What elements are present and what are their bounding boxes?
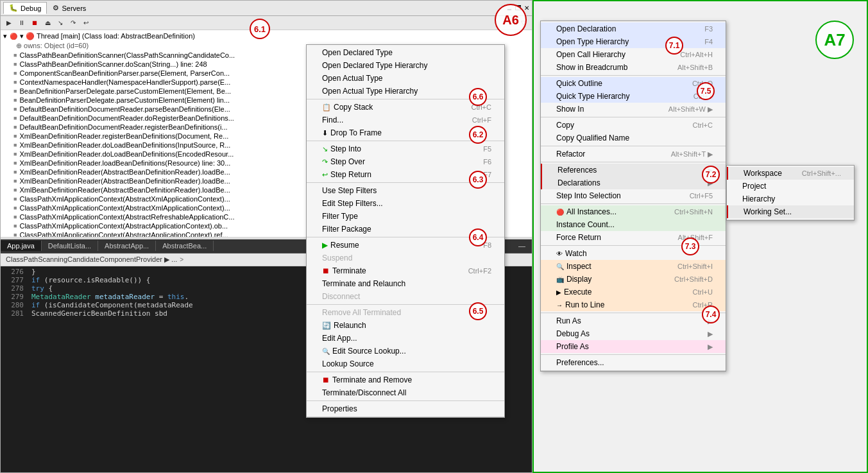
menu-lookup-source[interactable]: Lookup Source — [307, 357, 504, 370]
quick-type-hierarchy-label: Quick Type Hierarchy — [556, 92, 630, 101]
filter-package-label: Filter Package — [322, 225, 371, 234]
frame-icon-16: ■ — [13, 196, 17, 202]
thread-label: ▾ 🔴 Thread [main] (Class load: AbstractB… — [20, 32, 195, 40]
menu-properties[interactable]: Properties — [307, 402, 504, 415]
menu-step-into[interactable]: ↘ Step Into F5 — [307, 142, 504, 155]
right-menu-open-declaration[interactable]: Open Declaration F3 — [541, 22, 726, 35]
left-panel: 🐛 Debug ⚙ Servers 🗕 🗖 ✕ ▶ ⏸ ⏹ ⏏ ↘ ↷ ↩ — [0, 0, 532, 473]
menu-edit-app[interactable]: Edit App... — [307, 332, 504, 345]
editor-tab-defaultlista[interactable]: DefaultLista... — [42, 241, 98, 251]
open-declared-type-hierarchy-label: Open Declared Type Hierarchy — [322, 61, 428, 70]
step-into-btn[interactable]: ↘ — [55, 17, 66, 29]
terminate-remove-icon: ⏹ — [322, 375, 330, 384]
disconnect-btn[interactable]: ⏏ — [42, 17, 53, 29]
terminate-btn[interactable]: ⏹ — [29, 17, 40, 29]
right-menu-run-as[interactable]: Run As ▶ — [541, 314, 726, 327]
frame-icon-7: ■ — [13, 115, 17, 121]
right-menu-show-in[interactable]: Show In Alt+Shift+W ▶ — [541, 103, 726, 116]
menu-open-actual-type[interactable]: Open Actual Type — [307, 72, 504, 85]
right-menu-preferences[interactable]: Preferences... — [541, 356, 726, 369]
menu-step-over[interactable]: ↷ Step Over F6 — [307, 155, 504, 168]
edit-step-filters-label: Edit Step Filters... — [322, 199, 383, 208]
submenu-hierarchy[interactable]: Hierarchy — [727, 193, 854, 205]
resume-btn[interactable]: ▶ — [3, 17, 15, 29]
step-return-btn[interactable]: ↩ — [80, 17, 92, 29]
editor-collapse-btn[interactable]: — — [512, 241, 532, 251]
frame-icon-0: ■ — [13, 52, 17, 58]
terminate-icon: ⏹ — [322, 266, 330, 275]
right-menu-run-to-line[interactable]: → Run to Line Ctrl+R — [541, 298, 726, 311]
badge-6-2: 6.2 — [469, 126, 487, 144]
menu-filter-type[interactable]: Filter Type — [307, 210, 504, 223]
right-menu-instance-count[interactable]: Instance Count... — [541, 218, 726, 231]
right-menu-open-type-hierarchy[interactable]: Open Type Hierarchy F4 — [541, 35, 726, 48]
lookup-source-label: Lookup Source — [322, 359, 374, 368]
frame-icon-8: ■ — [13, 124, 17, 130]
resume-icon: ▶ — [322, 241, 328, 250]
copy-stack-icon: 📋 — [322, 103, 331, 112]
terminate-shortcut: Ctrl+F2 — [468, 267, 491, 275]
editor-tab-app[interactable]: App.java — [1, 241, 42, 251]
right-menu-open-call-hierarchy[interactable]: Open Call Hierarchy Ctrl+Alt+H — [541, 48, 726, 61]
debug-tab-icon: 🐛 — [9, 4, 18, 12]
menu-terminate-remove[interactable]: ⏹ Terminate and Remove — [307, 374, 504, 386]
right-menu-declarations[interactable]: Declarations ▶ — [541, 176, 726, 189]
right-menu-execute[interactable]: ▶ Execute Ctrl+U — [541, 286, 726, 298]
right-menu-step-into-selection[interactable]: Step Into Selection Ctrl+F5 — [541, 189, 726, 202]
run-as-label: Run As — [556, 316, 581, 325]
right-menu-inspect[interactable]: 🔍 Inspect Ctrl+Shift+I — [541, 260, 726, 273]
servers-tab-label: Servers — [62, 4, 86, 12]
execute-icon: ▶ — [556, 289, 561, 296]
working-set-label: Working Set... — [744, 207, 792, 216]
suspend-btn[interactable]: ⏸ — [16, 17, 28, 29]
close-btn[interactable]: ✕ — [524, 4, 529, 12]
right-menu-debug-as[interactable]: Debug As ▶ — [541, 327, 726, 340]
submenu-working-set[interactable]: Working Set... — [727, 205, 854, 218]
right-menu-section-instances: 🔴 All Instances... Ctrl+Shift+N Instance… — [541, 204, 726, 246]
right-menu-all-instances[interactable]: 🔴 All Instances... Ctrl+Shift+N — [541, 205, 726, 218]
declarations-label: Declarations — [557, 178, 600, 187]
editor-tab-abstractbea[interactable]: AbstractBea... — [156, 241, 214, 251]
tab-servers[interactable]: ⚙ Servers — [47, 2, 92, 14]
open-call-hierarchy-label: Open Call Hierarchy — [556, 50, 625, 59]
menu-terminate-disconnect-all[interactable]: Terminate/Disconnect All — [307, 386, 504, 399]
menu-open-declared-type-hierarchy[interactable]: Open Declared Type Hierarchy — [307, 59, 504, 72]
step-return-icon: ↩ — [322, 171, 328, 179]
open-declaration-shortcut: F3 — [704, 25, 713, 33]
step-over-btn[interactable]: ↷ — [67, 17, 79, 29]
show-breadcrumb-shortcut: Alt+Shift+B — [677, 64, 713, 71]
right-menu-copy[interactable]: Copy Ctrl+C — [541, 119, 726, 132]
frame-icon-17: ■ — [13, 205, 17, 211]
right-menu-section-open: Open Declaration F3 Open Type Hierarchy … — [541, 21, 726, 76]
menu-find[interactable]: Find... Ctrl+F — [307, 114, 504, 126]
source-lookup-icon: 🔍 — [322, 348, 330, 355]
tab-debug[interactable]: 🐛 Debug — [3, 2, 47, 14]
frame-label-6: DefaultBeanDefinitionDocumentReader.pars… — [19, 105, 230, 113]
menu-terminate[interactable]: ⏹ Terminate Ctrl+F2 — [307, 264, 504, 277]
badge-7-4: 7.4 — [702, 305, 720, 323]
menu-edit-source-lookup[interactable]: 🔍 Edit Source Lookup... — [307, 345, 504, 357]
frame-icon-1: ■ — [13, 61, 17, 67]
menu-edit-step-filters[interactable]: Edit Step Filters... — [307, 197, 504, 210]
menu-relaunch[interactable]: 🔄 Relaunch — [307, 319, 504, 332]
open-call-hierarchy-shortcut: Ctrl+Alt+H — [680, 51, 713, 58]
right-menu-refactor[interactable]: Refactor Alt+Shift+T ▶ — [541, 148, 726, 160]
filter-type-label: Filter Type — [322, 212, 358, 221]
debug-as-arrow: ▶ — [708, 330, 713, 338]
submenu-workspace[interactable]: Workspace Ctrl+Shift+... — [727, 167, 854, 180]
project-label: Project — [742, 182, 766, 191]
display-shortcut: Ctrl+Shift+D — [674, 275, 713, 283]
menu-open-declared-type[interactable]: Open Declared Type — [307, 46, 504, 59]
menu-terminate-relaunch[interactable]: Terminate and Relaunch — [307, 277, 504, 290]
frame-icon-9: ■ — [13, 133, 17, 139]
open-declared-type-label: Open Declared Type — [322, 48, 393, 57]
editor-tab-abstractapp[interactable]: AbstractApp... — [98, 241, 156, 251]
right-menu-display[interactable]: 📺 Display Ctrl+Shift+D — [541, 273, 726, 286]
right-menu-profile-as[interactable]: Profile As ▶ — [541, 340, 726, 353]
right-menu-copy-qualified-name[interactable]: Copy Qualified Name — [541, 132, 726, 144]
right-menu-references[interactable]: References ▶ — [541, 164, 726, 176]
submenu-project[interactable]: Project — [727, 180, 854, 193]
frame-label-10: XmlBeanDefinitionReader.doLoadBeanDefini… — [19, 141, 230, 149]
right-menu-show-breadcrumb[interactable]: Show in Breadcrumb Alt+Shift+B — [541, 61, 726, 74]
step-over-shortcut: F6 — [483, 158, 491, 166]
